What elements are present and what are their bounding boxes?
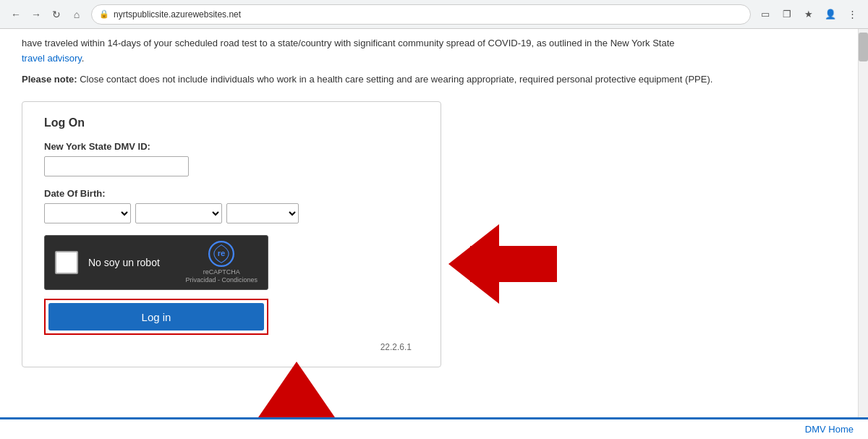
forward-button[interactable]: → bbox=[27, 6, 45, 23]
version-text: 22.2.6.1 bbox=[44, 342, 419, 352]
content-area: have traveled within 14-days of your sch… bbox=[0, 29, 854, 382]
browser-chrome: ← → ↻ ⌂ 🔒 nyrtspublicsite.azurewebsites.… bbox=[0, 0, 868, 29]
menu-button[interactable]: ⋮ bbox=[843, 6, 861, 23]
refresh-button[interactable]: ↻ bbox=[48, 6, 65, 23]
lock-icon: 🔒 bbox=[99, 9, 109, 19]
scrollbar-track[interactable] bbox=[858, 29, 868, 439]
bookmark-button[interactable]: ★ bbox=[800, 6, 817, 23]
home-button[interactable]: ⌂ bbox=[68, 6, 85, 23]
login-button[interactable]: Log in bbox=[48, 303, 264, 331]
notice-text: have traveled within 14-days of your sch… bbox=[22, 36, 832, 67]
bottom-bar: DMV Home bbox=[0, 417, 868, 439]
login-btn-wrapper: Log in bbox=[44, 299, 268, 335]
recaptcha-brand-name: reCAPTCHA bbox=[185, 268, 258, 277]
svg-marker-4 bbox=[257, 362, 336, 419]
url-text: nyrtspublicsite.azurewebsites.net bbox=[114, 9, 743, 20]
recaptcha-label: No soy un robot bbox=[88, 257, 185, 268]
dob-group: Date Of Birth: bbox=[44, 188, 419, 223]
logon-title: Log On bbox=[44, 116, 419, 129]
svg-text:re: re bbox=[218, 249, 226, 257]
right-pointing-left-arrow bbox=[448, 224, 557, 304]
address-bar[interactable]: 🔒 nyrtspublicsite.azurewebsites.net bbox=[91, 4, 751, 25]
recaptcha-logo-icon: re bbox=[208, 241, 234, 267]
main-layout: Log On New York State DMV ID: Date Of Bi… bbox=[22, 101, 832, 367]
screen-cast-button[interactable]: ▭ bbox=[757, 6, 774, 23]
recaptcha-brand-label: reCAPTCHA Privacidad - Condiciones bbox=[185, 268, 258, 285]
recaptcha-terms: Privacidad - Condiciones bbox=[185, 276, 258, 285]
please-note-text: Please note: Close contact does not incl… bbox=[22, 72, 832, 88]
notice-line1: have traveled within 14-days of your sch… bbox=[22, 38, 675, 48]
page-content: have traveled within 14-days of your sch… bbox=[0, 29, 858, 439]
travel-advisory-link[interactable]: travel advisory bbox=[22, 53, 82, 64]
recaptcha-checkbox[interactable] bbox=[55, 251, 78, 274]
scrollbar-thumb[interactable] bbox=[859, 33, 868, 61]
dob-row bbox=[44, 203, 419, 223]
dmv-id-group: New York State DMV ID: bbox=[44, 141, 419, 176]
svg-rect-2 bbox=[470, 246, 557, 282]
profile-button[interactable]: 👤 bbox=[822, 6, 839, 23]
logon-box: Log On New York State DMV ID: Date Of Bi… bbox=[22, 101, 441, 367]
zoom-button[interactable]: ❐ bbox=[778, 6, 796, 23]
page-wrapper: have traveled within 14-days of your sch… bbox=[0, 29, 868, 439]
back-button[interactable]: ← bbox=[7, 6, 25, 23]
recaptcha-widget[interactable]: No soy un robot re reCAPTCHA Privacidad … bbox=[44, 235, 268, 290]
svg-marker-3 bbox=[448, 224, 499, 304]
dob-year-select[interactable] bbox=[226, 203, 299, 223]
browser-actions: ▭ ❐ ★ 👤 ⋮ bbox=[757, 6, 861, 23]
dmv-home-link[interactable]: DMV Home bbox=[805, 424, 854, 435]
recaptcha-branding: re reCAPTCHA Privacidad - Condiciones bbox=[185, 241, 258, 285]
nav-buttons: ← → ↻ ⌂ bbox=[7, 6, 85, 23]
dob-day-select[interactable] bbox=[135, 203, 222, 223]
dmv-id-label: New York State DMV ID: bbox=[44, 141, 419, 152]
dmv-id-input[interactable] bbox=[44, 156, 189, 176]
dob-month-select[interactable] bbox=[44, 203, 131, 223]
dob-label: Date Of Birth: bbox=[44, 188, 419, 199]
please-note-body: Close contact does not include individua… bbox=[80, 74, 712, 85]
please-note-label: Please note: bbox=[22, 74, 77, 85]
